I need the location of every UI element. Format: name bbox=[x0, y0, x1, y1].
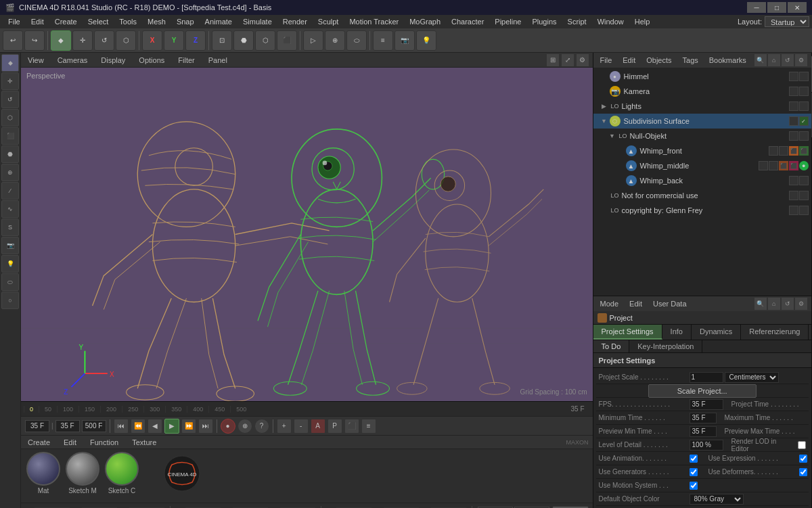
use-expr-check[interactable] bbox=[799, 455, 807, 463]
tb-undo[interactable]: ↩ bbox=[3, 30, 23, 51]
menu-render[interactable]: Render bbox=[277, 16, 313, 27]
tb-scale[interactable]: ⬡ bbox=[116, 30, 136, 51]
vis-1[interactable] bbox=[759, 161, 768, 170]
obj-menu-tags[interactable]: Tags bbox=[680, 55, 701, 66]
maximize-button[interactable]: □ bbox=[767, 2, 786, 13]
menu-tools[interactable]: Tools bbox=[114, 16, 142, 27]
use-motion-check[interactable] bbox=[690, 482, 698, 490]
vis-2[interactable] bbox=[779, 146, 788, 156]
tc-go-end[interactable]: ⏭ bbox=[198, 419, 213, 434]
tc-timeline-expand[interactable]: ⬛ bbox=[344, 419, 359, 434]
vis-1[interactable] bbox=[789, 116, 798, 126]
attr-settings[interactable]: ⚙ bbox=[795, 298, 807, 310]
tc-play[interactable]: ▶ bbox=[164, 419, 179, 434]
use-anim-check[interactable] bbox=[690, 455, 698, 463]
minimize-button[interactable]: ─ bbox=[747, 2, 766, 13]
mat-menu-texture[interactable]: Texture bbox=[129, 437, 159, 448]
vis-2[interactable] bbox=[799, 87, 809, 96]
tb-x-axis[interactable]: X bbox=[142, 30, 162, 51]
tb-polys[interactable]: ⬡ bbox=[255, 30, 275, 51]
lp-magnet[interactable]: ∿ bbox=[1, 200, 19, 218]
vis-2[interactable] bbox=[799, 191, 809, 200]
vis-2[interactable] bbox=[769, 161, 778, 170]
obj-row-whimp-back[interactable]: ▲ Whimp_back bbox=[593, 173, 811, 188]
lp-poly[interactable]: ⬣ bbox=[1, 145, 19, 163]
vis-1[interactable] bbox=[789, 131, 798, 141]
obj-menu-edit[interactable]: Edit bbox=[620, 55, 638, 66]
tb-render-region[interactable]: ⊕ bbox=[325, 30, 345, 51]
vp-menu-options[interactable]: Options bbox=[136, 55, 167, 66]
menu-select[interactable]: Select bbox=[83, 16, 114, 27]
vis-2[interactable] bbox=[799, 206, 809, 215]
attr-tab-referenzierung[interactable]: Referenzierung bbox=[741, 325, 809, 340]
close-button[interactable]: ✕ bbox=[788, 2, 807, 13]
tc-key-del[interactable]: - bbox=[294, 419, 309, 434]
vp-menu-panel[interactable]: Panel bbox=[206, 55, 230, 66]
menu-pipeline[interactable]: Pipeline bbox=[489, 16, 526, 27]
menu-window[interactable]: Window bbox=[592, 16, 629, 27]
obj-row-null[interactable]: ▼ LO Null-Objekt bbox=[593, 129, 811, 143]
project-scale-unit[interactable]: Centimeters bbox=[725, 372, 779, 383]
max-frame-input[interactable] bbox=[82, 420, 106, 432]
tc-key-add[interactable]: + bbox=[277, 419, 292, 434]
attr-sub-tab-todo[interactable]: To Do bbox=[593, 340, 630, 352]
expand-lights[interactable]: ▶ bbox=[600, 103, 608, 110]
vis-1[interactable] bbox=[789, 87, 798, 96]
tc-help[interactable]: ? bbox=[254, 419, 269, 434]
menu-mesh[interactable]: Mesh bbox=[142, 16, 171, 27]
attr-sub-tab-key-interp[interactable]: Key-Interpolation bbox=[629, 340, 702, 352]
vis-2[interactable] bbox=[799, 131, 809, 141]
vp-settings[interactable]: ⚙ bbox=[577, 54, 589, 66]
obj-row-kamera[interactable]: 📷 Kamera bbox=[593, 84, 811, 99]
lp-bone[interactable]: ⬭ bbox=[1, 273, 19, 291]
menu-script[interactable]: Script bbox=[562, 16, 592, 27]
lp-null[interactable]: ○ bbox=[1, 292, 19, 309]
lp-scale[interactable]: ⬡ bbox=[1, 109, 19, 126]
obj-row-copyright[interactable]: LO copyright by: Glenn Frey bbox=[593, 203, 811, 218]
vp-split-h[interactable]: ⊞ bbox=[547, 54, 559, 66]
attr-menu-mode[interactable]: Mode bbox=[597, 298, 622, 309]
obj-row-whimp-middle[interactable]: ▲ Whimp_middle ⬛ ⬛ ● bbox=[593, 158, 811, 173]
obj-row-no-commercial[interactable]: LO Not for commercial use bbox=[593, 188, 811, 203]
lp-select[interactable]: ◆ bbox=[1, 54, 19, 72]
tb-select[interactable]: ◆ bbox=[51, 30, 71, 51]
obj-menu-file[interactable]: File bbox=[597, 55, 615, 66]
lp-add[interactable]: ⊕ bbox=[1, 164, 19, 181]
tag-1[interactable]: ⬛ bbox=[789, 146, 798, 156]
tc-go-start[interactable]: ⏮ bbox=[114, 419, 129, 434]
lp-box[interactable]: ⬛ bbox=[1, 127, 19, 145]
vp-menu-view[interactable]: View bbox=[25, 55, 47, 66]
default-color-select[interactable]: 80% Gray bbox=[690, 494, 744, 505]
obj-row-himmel[interactable]: ● Himmel bbox=[593, 69, 811, 84]
obj-menu-bookmarks[interactable]: Bookmarks bbox=[706, 55, 749, 66]
menu-create[interactable]: Create bbox=[49, 16, 83, 27]
vis-2[interactable] bbox=[799, 72, 809, 81]
vp-menu-display[interactable]: Display bbox=[98, 55, 128, 66]
mat-ball-2[interactable] bbox=[66, 452, 99, 486]
vis-1[interactable] bbox=[789, 72, 798, 81]
obj-menu-objects[interactable]: Objects bbox=[644, 55, 674, 66]
vis-1[interactable] bbox=[789, 101, 798, 111]
obj-row-lights[interactable]: ▶ LO Lights bbox=[593, 99, 811, 114]
tc-play-back[interactable]: ◀ bbox=[148, 419, 162, 434]
lp-knife[interactable]: ∕ bbox=[1, 182, 19, 200]
menu-motion-tracker[interactable]: Motion Tracker bbox=[344, 16, 404, 27]
menu-plugins[interactable]: Plugins bbox=[526, 16, 562, 27]
tc-record-pos[interactable]: ⊕ bbox=[238, 419, 252, 434]
tag-2[interactable]: ⬛ bbox=[799, 146, 809, 156]
vis-1[interactable] bbox=[789, 206, 798, 215]
tc-record[interactable]: ● bbox=[221, 419, 235, 434]
viewport-3d[interactable]: Perspective bbox=[21, 68, 593, 401]
tb-floor[interactable]: ≡ bbox=[373, 30, 393, 51]
menu-mograph[interactable]: MoGraph bbox=[404, 16, 446, 27]
use-def-check[interactable] bbox=[799, 468, 807, 476]
lp-camera[interactable]: 📷 bbox=[1, 237, 19, 254]
tag-3[interactable]: ● bbox=[799, 161, 809, 170]
obj-row-subdiv[interactable]: ▼ ⬡ Subdivision Surface ✓ bbox=[593, 114, 811, 129]
mat-ball-3[interactable] bbox=[105, 452, 139, 486]
menu-character[interactable]: Character bbox=[446, 16, 489, 27]
tb-object[interactable]: ⬛ bbox=[277, 30, 297, 51]
obj-refresh[interactable]: ↺ bbox=[782, 54, 794, 66]
tb-render[interactable]: ▷ bbox=[303, 30, 323, 51]
layout-dropdown[interactable]: Startup bbox=[765, 16, 809, 27]
